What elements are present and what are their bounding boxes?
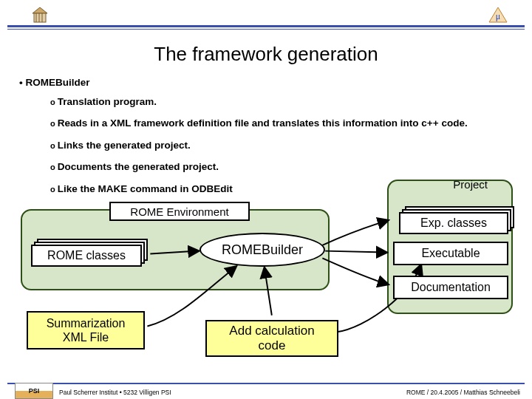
svg-text:μ: μ [496, 11, 500, 21]
add-calc-label: Add calculation code [229, 324, 314, 352]
xml-file-label: Summarization XML File [47, 316, 126, 344]
logo-icon: μ [488, 6, 508, 24]
rome-environment-label: ROME Environment [109, 202, 250, 221]
building-icon [30, 6, 50, 24]
svg-marker-0 [33, 7, 47, 13]
bullet-sub: Translation program. [50, 95, 513, 109]
add-calc-box: Add calculation code [205, 320, 338, 357]
executable-box: Executable [393, 242, 508, 265]
exp-classes-label: Exp. classes [399, 212, 508, 234]
exp-classes-box: Exp. classes [399, 206, 508, 228]
footer-right: ROME / 20.4.2005 / Matthias Schneebeli [406, 389, 520, 396]
page-title: The framework generation [0, 43, 532, 66]
bullet-sub: Links the generated project. [50, 138, 513, 153]
bullet-sub: Reads in a XML framework definition file… [50, 116, 513, 131]
romebuilder-node: ROMEBuilder [200, 233, 325, 267]
diagram: ROME Environment Project ROME classes Ex… [13, 203, 519, 377]
rome-classes-box: ROME classes [31, 239, 142, 261]
bullet-main: ROMEBuilder [19, 75, 513, 90]
header-divider [7, 25, 525, 30]
footer-left: Paul Scherrer Institut • 5232 Villigen P… [59, 389, 171, 396]
xml-file-box: Summarization XML File [27, 311, 145, 349]
rome-classes-label: ROME classes [31, 245, 142, 267]
footer-divider [7, 383, 525, 384]
project-label: Project [453, 178, 488, 191]
psi-logo: PSI [15, 383, 53, 399]
bullet-sub: Documents the generated project. [50, 160, 513, 174]
svg-rect-1 [34, 13, 46, 22]
documentation-box: Documentation [393, 276, 508, 299]
